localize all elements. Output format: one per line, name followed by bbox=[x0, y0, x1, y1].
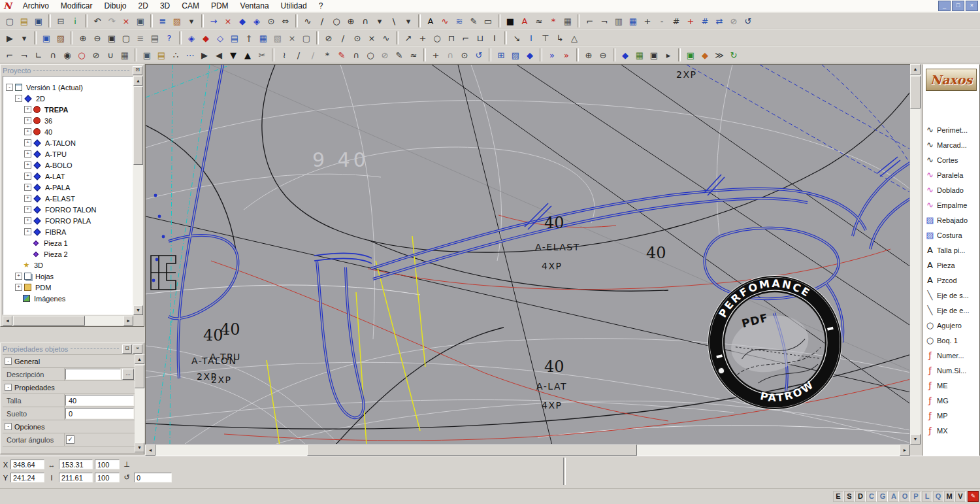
scroll-right-icon[interactable]: ► bbox=[123, 316, 133, 326]
more-icon[interactable]: ≫ bbox=[712, 48, 727, 62]
divide-icon[interactable]: / bbox=[336, 31, 350, 45]
expand-toggle-icon[interactable]: + bbox=[24, 206, 31, 213]
target-icon[interactable]: ⊙ bbox=[457, 48, 472, 62]
minimize-button[interactable]: _ bbox=[938, 1, 951, 11]
center-icon[interactable]: ⊙ bbox=[350, 31, 365, 45]
close-button[interactable]: × bbox=[966, 1, 978, 11]
mode-q[interactable]: Q bbox=[933, 491, 943, 502]
shade-icon[interactable]: ▦ bbox=[632, 48, 647, 62]
tool-talla-pi[interactable]: ATalla pi... bbox=[924, 243, 979, 258]
scroll-up-icon[interactable]: ▲ bbox=[135, 354, 144, 364]
ellipse-icon[interactable]: ○ bbox=[74, 48, 89, 62]
scroll-up-icon[interactable]: ▲ bbox=[133, 76, 143, 86]
mark-icon[interactable]: * bbox=[546, 14, 561, 28]
image-icon[interactable]: ▣ bbox=[683, 48, 698, 62]
expand-toggle-icon[interactable]: + bbox=[24, 150, 31, 158]
tree-item-pdm[interactable]: +PDM bbox=[3, 282, 133, 293]
new-file-icon[interactable]: ▢ bbox=[3, 14, 17, 28]
panel-close-icon[interactable]: × bbox=[133, 344, 142, 354]
segment-dropdown-icon[interactable]: ▾ bbox=[401, 14, 416, 28]
tool-pzcod[interactable]: APzcod bbox=[924, 273, 979, 288]
slash2-icon[interactable]: / bbox=[306, 48, 320, 62]
tool-eje-de-s[interactable]: ╲Eje de s... bbox=[924, 288, 979, 303]
tool-mp[interactable]: ƒMP bbox=[924, 408, 979, 423]
scroll-thumb[interactable] bbox=[307, 445, 637, 456]
circle2-icon[interactable]: ○ bbox=[430, 31, 444, 45]
menu-cam[interactable]: CAM bbox=[176, 1, 205, 11]
mesh-icon[interactable]: ▦ bbox=[118, 48, 132, 62]
select-dropdown-icon[interactable]: ▾ bbox=[17, 31, 31, 45]
pen-icon[interactable]: ✎ bbox=[392, 48, 406, 62]
refresh-icon[interactable]: ↻ bbox=[727, 48, 741, 62]
property-section-general[interactable]: -General bbox=[3, 355, 135, 368]
open-file-icon[interactable]: ▤ bbox=[17, 14, 31, 28]
menu-2d[interactable]: 2D bbox=[133, 1, 154, 11]
copy2-icon[interactable]: ▣ bbox=[140, 48, 154, 62]
property-value-field[interactable]: 0 bbox=[65, 408, 134, 419]
subtract-icon[interactable]: - bbox=[655, 14, 669, 28]
rotate-icon[interactable]: ↺ bbox=[472, 48, 486, 62]
tree-item-40[interactable]: +40 bbox=[3, 126, 133, 137]
expand-toggle-icon[interactable]: + bbox=[24, 128, 31, 135]
circle3-icon[interactable]: ○ bbox=[363, 48, 378, 62]
expand-toggle-icon[interactable]: + bbox=[24, 117, 31, 124]
scroll-down-icon[interactable]: ▼ bbox=[135, 443, 144, 452]
delete-icon[interactable]: × bbox=[119, 14, 133, 28]
texture-icon[interactable]: ▨ bbox=[54, 31, 68, 45]
copy-icon[interactable]: ▣ bbox=[133, 14, 148, 28]
rectangle-tool-icon[interactable]: ▭ bbox=[481, 14, 495, 28]
mode-v[interactable]: V bbox=[955, 491, 966, 502]
fill-dropdown-icon[interactable]: ▾ bbox=[184, 14, 199, 28]
tree-item-im-genes[interactable]: Imágenes bbox=[3, 293, 133, 304]
scroll-thumb[interactable] bbox=[133, 86, 143, 165]
mode-p[interactable]: P bbox=[911, 491, 921, 502]
tri-down-icon[interactable]: ▼ bbox=[226, 48, 240, 62]
zoom-out-icon[interactable]: ⊖ bbox=[90, 31, 105, 45]
tree-item-versi-n-1-actual[interactable]: -Versión 1 (Actual) bbox=[3, 82, 133, 93]
fill-color-icon[interactable]: ▨ bbox=[170, 14, 184, 28]
tree-vertical-scrollbar[interactable]: ▲ ▼ bbox=[133, 76, 143, 315]
tool-doblado[interactable]: ∿Doblado bbox=[924, 182, 979, 197]
palette-icon[interactable]: ◆ bbox=[698, 48, 712, 62]
expand-toggle-icon[interactable]: + bbox=[24, 217, 31, 224]
panel-dock-button[interactable]: ⊡ bbox=[133, 66, 142, 75]
arc-corner-icon[interactable]: ∩ bbox=[46, 48, 60, 62]
scroll-up-icon[interactable]: ▲ bbox=[910, 64, 921, 75]
delete-piece-icon[interactable]: × bbox=[221, 14, 235, 28]
piece-open-icon[interactable]: ◇ bbox=[213, 31, 227, 45]
fillet-bl-icon[interactable]: ∟ bbox=[31, 48, 46, 62]
grid-box-icon[interactable]: ⊞ bbox=[494, 48, 508, 62]
menu-modificar[interactable]: Modificar bbox=[55, 1, 99, 11]
ellipsis-button[interactable]: ... bbox=[122, 369, 134, 380]
fillet-tr-icon[interactable]: ¬ bbox=[17, 48, 31, 62]
prev-icon[interactable]: ◀ bbox=[212, 48, 226, 62]
collapse-icon[interactable]: - bbox=[5, 384, 12, 391]
scroll-left-icon[interactable]: ◄ bbox=[145, 445, 155, 456]
undo-icon[interactable]: ↶ bbox=[90, 14, 105, 28]
print-icon[interactable]: ⊟ bbox=[54, 14, 68, 28]
tree-item-a-tpu[interactable]: +A-TPU bbox=[3, 148, 133, 160]
box-icon[interactable]: ▢ bbox=[299, 31, 314, 45]
tree-item-forro-talon[interactable]: +FORRO TALON bbox=[3, 204, 133, 215]
mode-l[interactable]: L bbox=[922, 491, 932, 502]
grid2-icon[interactable]: ▦ bbox=[256, 31, 270, 45]
fillet-tl-icon[interactable]: ⌐ bbox=[3, 48, 17, 62]
expand-toggle-icon[interactable]: + bbox=[24, 106, 31, 113]
tree-item-3d[interactable]: ★3D bbox=[3, 260, 133, 271]
info-icon[interactable]: i bbox=[68, 14, 82, 28]
flag-icon[interactable]: ▸ bbox=[661, 48, 676, 62]
canvas-vertical-scrollbar[interactable]: ▲ ▼ bbox=[910, 64, 921, 445]
wave-icon[interactable]: ∿ bbox=[379, 31, 393, 45]
intersect-icon[interactable]: × bbox=[365, 31, 379, 45]
ibeam-icon[interactable]: I bbox=[524, 31, 538, 45]
scale-icon[interactable]: ⊘ bbox=[727, 14, 741, 28]
zoom-out2-icon[interactable]: ⊖ bbox=[596, 48, 610, 62]
menu-dibujo[interactable]: Dibujo bbox=[99, 1, 133, 11]
folder2-icon[interactable]: ▤ bbox=[154, 48, 169, 62]
expand-toggle-icon[interactable]: + bbox=[24, 139, 31, 146]
record-pencil-icon[interactable]: ✎ bbox=[968, 491, 979, 502]
pin-icon[interactable]: † bbox=[242, 31, 256, 45]
scroll-left-icon[interactable]: ◄ bbox=[3, 316, 12, 326]
add-icon[interactable]: + bbox=[640, 14, 655, 28]
scroll-thumb[interactable] bbox=[910, 76, 921, 109]
